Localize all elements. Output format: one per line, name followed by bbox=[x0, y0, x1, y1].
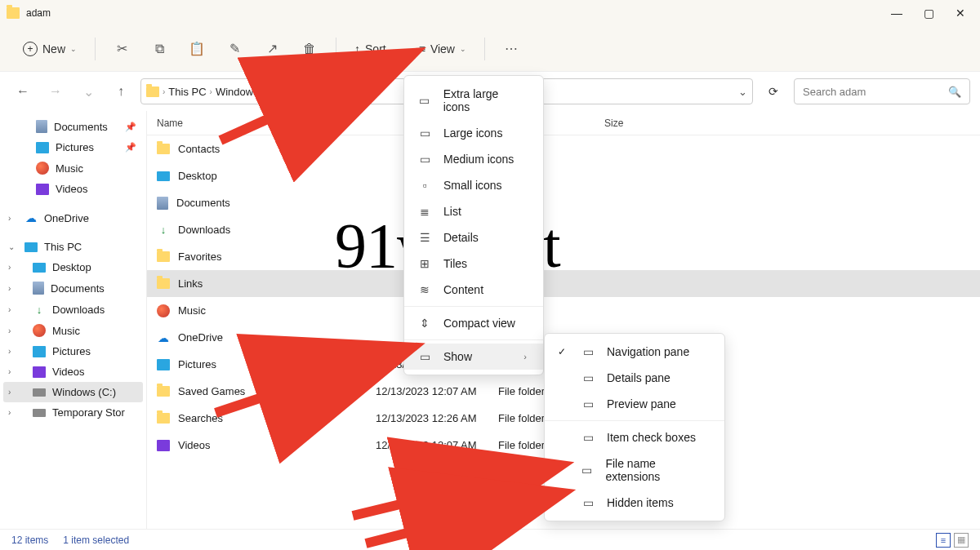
crumb[interactable]: Windows (C:) bbox=[216, 86, 279, 98]
crumb[interactable]: This PC bbox=[168, 86, 206, 98]
new-button[interactable]: + New ⌄ bbox=[16, 37, 83, 61]
view-menu: ▭Extra large icons▭Large icons▭Medium ic… bbox=[403, 75, 544, 375]
thumbnails-view-toggle[interactable]: ▦ bbox=[954, 533, 969, 548]
sidebar-item[interactable]: ⌄This PC bbox=[3, 237, 143, 257]
search-input[interactable]: Search adam 🔍 bbox=[794, 78, 970, 104]
sidebar-label: Videos bbox=[52, 366, 85, 378]
crumb[interactable]: Users bbox=[288, 86, 316, 98]
doc-icon bbox=[157, 197, 168, 210]
table-row[interactable]: Contacts bbox=[147, 135, 980, 162]
recent-dropdown[interactable]: ⌄ bbox=[75, 84, 101, 100]
menu-item[interactable]: ▭File name extensions bbox=[545, 450, 724, 490]
menu-label: Show bbox=[443, 350, 472, 363]
table-row[interactable]: Links bbox=[147, 270, 980, 297]
table-row[interactable]: Music bbox=[147, 297, 980, 324]
status-bar: 12 items 1 item selected ≡ ▦ bbox=[0, 529, 980, 550]
sidebar-item[interactable]: Documents📌 bbox=[3, 116, 143, 137]
sidebar-item[interactable]: ›Documents bbox=[3, 277, 143, 299]
address-dropdown[interactable]: ⌄ bbox=[738, 86, 747, 98]
menu-icon: ▭ bbox=[581, 345, 595, 358]
sidebar-item[interactable]: ›Music bbox=[3, 320, 143, 341]
sidebar-label: Documents bbox=[54, 121, 108, 133]
view-button[interactable]: ≡ View ⌄ bbox=[412, 38, 473, 60]
menu-item[interactable]: ▭Show› bbox=[404, 344, 543, 370]
folder-icon bbox=[157, 278, 170, 289]
sidebar-label: Downloads bbox=[52, 304, 105, 316]
menu-item[interactable]: ≋Content bbox=[404, 277, 543, 303]
table-row[interactable]: Desktop bbox=[147, 162, 980, 189]
cut-button[interactable]: ✂ bbox=[107, 36, 136, 61]
menu-item[interactable]: ▭Item check boxes bbox=[545, 424, 724, 450]
sidebar-item[interactable]: Music bbox=[3, 157, 143, 179]
copy-button[interactable]: ⧉ bbox=[145, 37, 174, 61]
file-date: 12/13/2023 12:26 AM bbox=[376, 412, 498, 424]
menu-item[interactable]: ⇕Compact view bbox=[404, 310, 543, 336]
close-button[interactable]: ✕ bbox=[956, 7, 965, 20]
menu-item[interactable]: ☰Details bbox=[404, 224, 543, 251]
menu-item[interactable]: ⊞Tiles bbox=[404, 251, 543, 277]
music-icon bbox=[33, 324, 46, 337]
menu-item[interactable]: ▭Extra large icons bbox=[404, 81, 543, 120]
folder-icon bbox=[157, 413, 170, 424]
column-headers[interactable]: Name ˄ Date modified Type Size bbox=[147, 111, 980, 135]
menu-item[interactable]: ▭Medium icons bbox=[404, 146, 543, 172]
menu-label: Preview pane bbox=[607, 397, 676, 410]
col-size[interactable]: Size bbox=[604, 118, 670, 129]
forward-button[interactable]: → bbox=[42, 84, 69, 99]
menu-item[interactable]: ≣List bbox=[404, 198, 543, 224]
pic-icon bbox=[36, 142, 49, 153]
file-name: Saved Games bbox=[178, 385, 245, 397]
menu-label: Tiles bbox=[443, 257, 467, 270]
menu-icon: ≋ bbox=[417, 283, 432, 296]
menu-item[interactable]: ▭Preview pane bbox=[545, 391, 724, 417]
menu-item[interactable]: ▭Large icons bbox=[404, 120, 543, 146]
sidebar-item[interactable]: ›Windows (C:) bbox=[3, 382, 143, 402]
sidebar-item[interactable]: ›Videos bbox=[3, 361, 143, 382]
video-icon bbox=[33, 366, 46, 378]
crumb[interactable]: adam bbox=[326, 86, 353, 98]
titlebar: adam — ▢ ✕ bbox=[0, 0, 980, 26]
file-name: Downloads bbox=[178, 224, 230, 236]
back-button[interactable]: ← bbox=[10, 84, 36, 99]
dl-icon bbox=[33, 303, 46, 316]
menu-icon: ▫ bbox=[417, 179, 432, 192]
pc-icon bbox=[24, 242, 38, 252]
sidebar-item[interactable]: ›Downloads bbox=[3, 299, 143, 320]
sidebar-item[interactable]: ›OneDrive bbox=[3, 207, 143, 228]
table-row[interactable]: Documents bbox=[147, 189, 980, 216]
minimize-button[interactable]: — bbox=[891, 7, 902, 20]
list-icon: ≡ bbox=[419, 42, 425, 55]
delete-button[interactable]: 🗑 bbox=[295, 37, 324, 61]
sidebar-item[interactable]: ›Pictures bbox=[3, 341, 143, 361]
menu-label: Extra large icons bbox=[443, 87, 527, 113]
share-button[interactable]: ↗ bbox=[257, 36, 287, 61]
menu-label: Content bbox=[443, 283, 483, 296]
table-row[interactable]: Downloads bbox=[147, 216, 980, 243]
toolbar: + New ⌄ ✂ ⧉ 📋 ✎ ↗ 🗑 ↕ Sort ⌄ ≡ View ⌄ ⋯ bbox=[0, 26, 980, 72]
up-button[interactable]: ↑ bbox=[108, 84, 134, 99]
sidebar-item[interactable]: ›Temporary Stor bbox=[3, 402, 143, 423]
col-name[interactable]: Name bbox=[157, 118, 183, 129]
refresh-button[interactable]: ⟳ bbox=[760, 78, 787, 104]
more-button[interactable]: ⋯ bbox=[497, 36, 526, 61]
menu-item[interactable]: ✓▭Navigation pane bbox=[545, 339, 724, 365]
sidebar-label: OneDrive bbox=[44, 212, 89, 224]
video-icon bbox=[157, 440, 170, 451]
rename-button[interactable]: ✎ bbox=[220, 36, 249, 61]
video-icon bbox=[36, 184, 49, 195]
menu-item[interactable]: ▭Hidden items bbox=[545, 490, 724, 516]
table-row[interactable]: Favorites bbox=[147, 243, 980, 270]
sidebar-label: Pictures bbox=[52, 345, 91, 357]
menu-item[interactable]: ▫Small icons bbox=[404, 172, 543, 198]
file-date: 12/13/2023 12:07 AM bbox=[376, 385, 498, 397]
sort-button[interactable]: ↕ Sort ⌄ bbox=[348, 38, 404, 60]
menu-item[interactable]: ▭Details pane bbox=[545, 365, 724, 391]
sidebar-item[interactable]: Videos bbox=[3, 179, 143, 199]
paste-button[interactable]: 📋 bbox=[182, 36, 212, 61]
details-view-toggle[interactable]: ≡ bbox=[936, 533, 951, 548]
menu-icon: ▭ bbox=[581, 371, 595, 384]
check-icon: ✓ bbox=[558, 346, 569, 357]
sidebar-item[interactable]: ›Desktop bbox=[3, 257, 143, 277]
sidebar-item[interactable]: Pictures📌 bbox=[3, 137, 143, 157]
maximize-button[interactable]: ▢ bbox=[924, 7, 934, 20]
